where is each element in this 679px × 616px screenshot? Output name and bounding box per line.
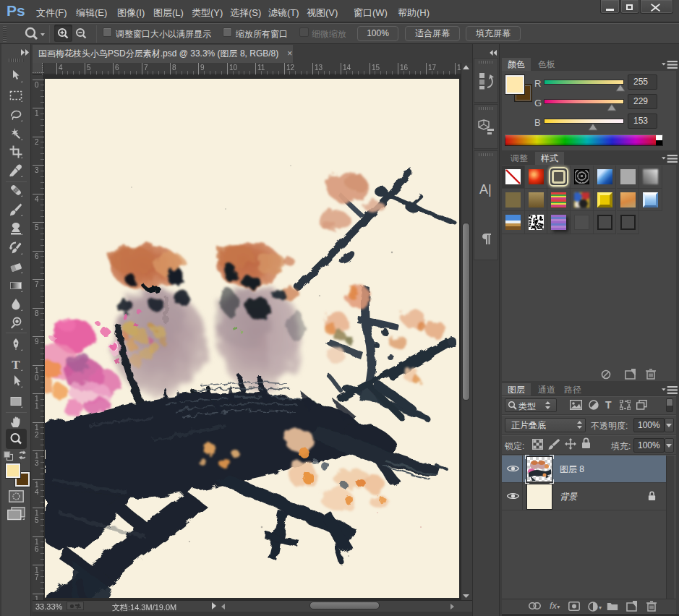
svg-text:T: T	[12, 358, 20, 372]
